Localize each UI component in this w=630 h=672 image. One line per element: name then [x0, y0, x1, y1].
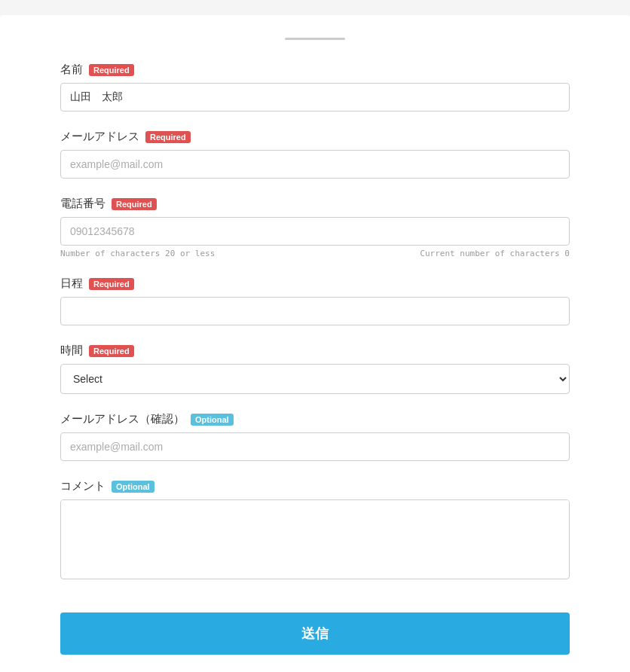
name-label: 名前 Required: [60, 63, 570, 77]
name-required-badge: Required: [89, 64, 134, 76]
phone-char-hint: Number of characters 20 or less Current …: [60, 249, 570, 258]
comment-optional-badge: Optional: [112, 481, 154, 493]
phone-label-text: 電話番号: [60, 197, 106, 211]
date-input[interactable]: [60, 297, 570, 325]
comment-field-group: コメント Optional: [60, 479, 570, 579]
email-confirm-label-text: メールアドレス（確認）: [60, 412, 185, 426]
email-required-badge: Required: [145, 131, 191, 143]
email-label: メールアドレス Required: [60, 130, 570, 144]
name-field-group: 名前 Required: [60, 63, 570, 111]
phone-input[interactable]: [60, 217, 570, 246]
name-input[interactable]: [60, 83, 570, 111]
date-field-group: 日程 Required: [60, 276, 570, 325]
comment-textarea[interactable]: [61, 500, 569, 576]
email-confirm-label: メールアドレス（確認） Optional: [60, 412, 570, 426]
form-container: 名前 Required メールアドレス Required 電話番号 Requir…: [0, 15, 630, 672]
phone-hint-left: Number of characters 20 or less: [60, 249, 215, 258]
comment-label-text: コメント: [60, 479, 106, 493]
time-label: 時間 Required: [60, 344, 570, 358]
phone-required-badge: Required: [112, 198, 157, 210]
phone-label: 電話番号 Required: [60, 197, 570, 211]
email-confirm-optional-badge: Optional: [191, 414, 234, 426]
email-label-text: メールアドレス: [60, 130, 139, 144]
email-confirm-field-group: メールアドレス（確認） Optional: [60, 412, 570, 461]
comment-textarea-wrapper: [60, 499, 570, 579]
comment-label: コメント Optional: [60, 479, 570, 493]
email-field-group: メールアドレス Required: [60, 130, 570, 179]
date-label: 日程 Required: [60, 276, 570, 291]
date-label-text: 日程: [60, 276, 83, 291]
submit-button[interactable]: 送信: [60, 612, 570, 655]
time-field-group: 時間 Required Select 09:00 10:00 11:00 12:…: [60, 344, 570, 394]
time-required-badge: Required: [89, 345, 134, 357]
email-input[interactable]: [60, 150, 570, 179]
date-required-badge: Required: [89, 278, 134, 290]
phone-field-group: 電話番号 Required Number of characters 20 or…: [60, 197, 570, 258]
name-label-text: 名前: [60, 63, 83, 77]
time-label-text: 時間: [60, 344, 83, 358]
time-select[interactable]: Select 09:00 10:00 11:00 12:00 13:00 14:…: [60, 364, 570, 394]
top-divider: [285, 38, 345, 40]
email-confirm-input[interactable]: [60, 432, 570, 461]
phone-hint-right: Current number of characters 0: [420, 249, 570, 258]
